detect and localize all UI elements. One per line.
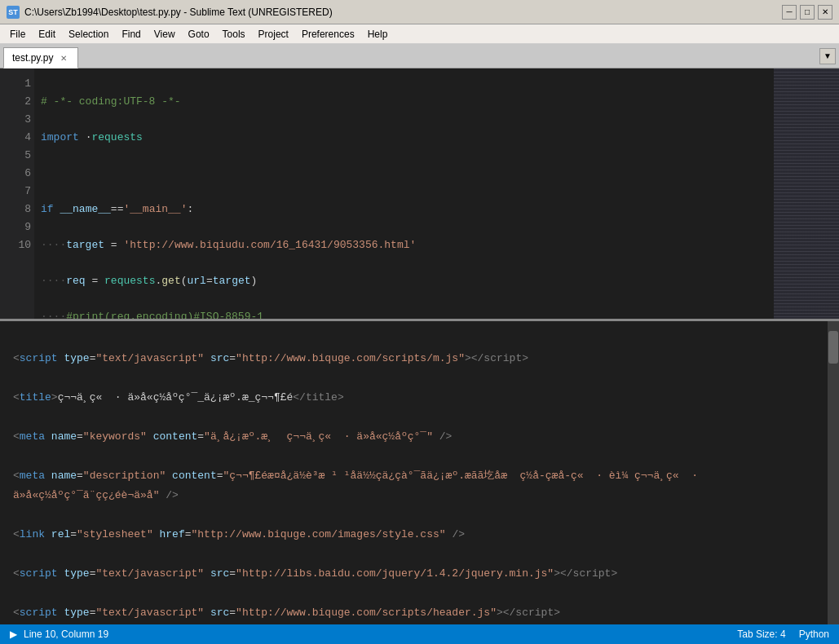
tab-test-py[interactable]: test.py.py ✕ bbox=[3, 47, 78, 68]
menu-file[interactable]: File bbox=[3, 24, 32, 43]
maximize-button[interactable]: □ bbox=[800, 5, 815, 20]
menu-view[interactable]: View bbox=[148, 24, 182, 43]
status-right: Tab Size: 4 Python bbox=[737, 629, 829, 640]
tab-bar: ◀ test.py.py ✕ ▼ bbox=[0, 44, 839, 68]
window-controls: ─ □ ✕ bbox=[782, 5, 832, 20]
menu-goto[interactable]: Goto bbox=[182, 24, 216, 43]
title-bar: ST C:\Users\Zb1994\Desktop\test.py.py - … bbox=[0, 0, 839, 24]
title-bar-title: C:\Users\Zb1994\Desktop\test.py.py - Sub… bbox=[24, 7, 333, 18]
minimap-preview bbox=[774, 68, 839, 319]
line-numbers: 1 2 3 4 5 6 7 8 9 10 bbox=[0, 68, 34, 319]
minimize-button[interactable]: ─ bbox=[782, 5, 797, 20]
menu-find[interactable]: Find bbox=[115, 24, 147, 43]
menu-edit[interactable]: Edit bbox=[32, 24, 62, 43]
status-left: ▶ Line 10, Column 19 bbox=[10, 629, 108, 640]
output-panel[interactable]: <script type="text/javascript" src="http… bbox=[0, 321, 828, 624]
title-bar-left: ST C:\Users\Zb1994\Desktop\test.py.py - … bbox=[7, 6, 333, 19]
status-position: Line 10, Column 19 bbox=[24, 629, 108, 640]
status-tab-size[interactable]: Tab Size: 4 bbox=[737, 629, 785, 640]
close-button[interactable]: ✕ bbox=[818, 5, 832, 20]
editor-container: 1 2 3 4 5 6 7 8 9 10 # -*- coding:UTF-8 … bbox=[0, 68, 839, 624]
menu-tools[interactable]: Tools bbox=[216, 24, 252, 43]
minimap bbox=[774, 68, 839, 319]
status-bar: ▶ Line 10, Column 19 Tab Size: 4 Python bbox=[0, 624, 839, 644]
tab-label: test.py.py bbox=[12, 52, 53, 64]
tab-dropdown-button[interactable]: ▼ bbox=[819, 48, 836, 64]
menu-preferences[interactable]: Preferences bbox=[295, 24, 361, 43]
code-content[interactable]: # -*- coding:UTF-8 -*- import ·requests … bbox=[34, 68, 774, 319]
code-editor: 1 2 3 4 5 6 7 8 9 10 # -*- coding:UTF-8 … bbox=[0, 68, 839, 321]
menu-project[interactable]: Project bbox=[252, 24, 295, 43]
status-branch-icon: ▶ bbox=[10, 629, 17, 640]
menu-help[interactable]: Help bbox=[361, 24, 395, 43]
output-scrollbar[interactable] bbox=[828, 321, 839, 624]
app-icon: ST bbox=[7, 6, 20, 19]
status-language[interactable]: Python bbox=[799, 629, 829, 640]
tab-close-button[interactable]: ✕ bbox=[58, 52, 69, 64]
menu-selection[interactable]: Selection bbox=[62, 24, 115, 43]
menu-bar: File Edit Selection Find View Goto Tools… bbox=[0, 24, 839, 44]
